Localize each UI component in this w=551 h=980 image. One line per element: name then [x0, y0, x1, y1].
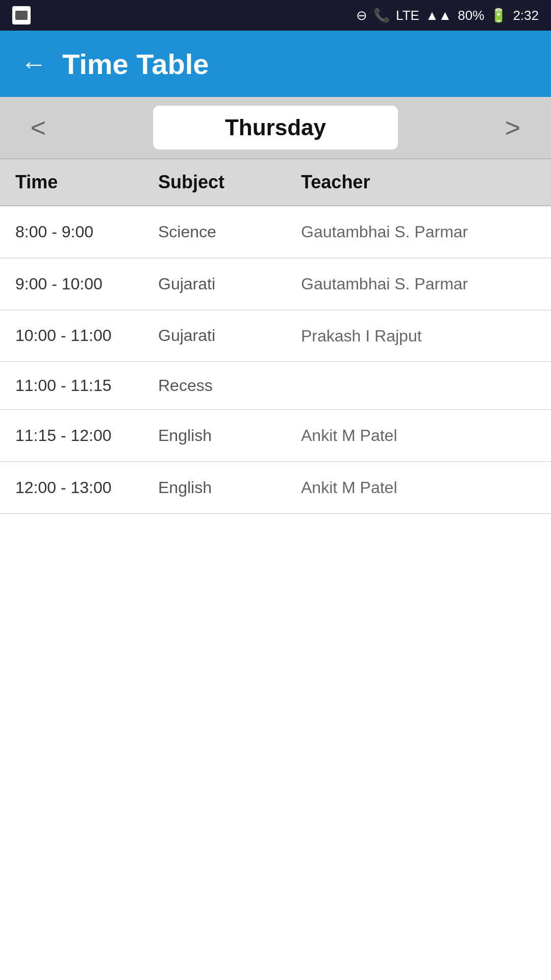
photo-icon — [12, 6, 31, 24]
table-row: 8:00 - 9:00ScienceGautambhai S. Parmar — [0, 206, 551, 258]
day-selector: < Thursday > — [0, 97, 551, 158]
row-time: 10:00 - 11:00 — [15, 326, 158, 345]
row-subject: Gujarati — [158, 275, 301, 293]
phone-icon: 📞 — [373, 8, 390, 23]
do-not-disturb-icon: ⊖ — [356, 8, 367, 23]
table-body: 8:00 - 9:00ScienceGautambhai S. Parmar9:… — [0, 206, 551, 514]
table-row: 9:00 - 10:00GujaratiGautambhai S. Parmar — [0, 258, 551, 310]
table-header: Time Subject Teacher — [0, 158, 551, 206]
header-teacher: Teacher — [301, 172, 536, 193]
row-subject: Science — [158, 223, 301, 241]
time-display: 2:32 — [513, 8, 539, 23]
row-teacher: Gautambhai S. Parmar — [301, 220, 536, 243]
status-left — [12, 6, 31, 24]
current-day-label: Thursday — [153, 106, 398, 150]
row-teacher: Ankit M Patel — [301, 424, 536, 447]
header-subject: Subject — [158, 172, 301, 193]
header-time: Time — [15, 172, 158, 193]
status-bar: ⊖ 📞 LTE ▲▲ 80% 🔋 2:32 — [0, 0, 551, 31]
network-label: LTE — [396, 8, 419, 23]
back-button[interactable]: ← — [20, 51, 47, 77]
row-time: 12:00 - 13:00 — [15, 478, 158, 497]
prev-day-button[interactable]: < — [20, 112, 56, 143]
row-subject: English — [158, 478, 301, 497]
row-subject: Gujarati — [158, 326, 301, 345]
app-bar-title: Time Table — [62, 47, 209, 81]
status-right: ⊖ 📞 LTE ▲▲ 80% 🔋 2:32 — [356, 8, 539, 23]
table-row: 10:00 - 11:00GujaratiPrakash I Rajput — [0, 310, 551, 362]
row-time: 8:00 - 9:00 — [15, 223, 158, 241]
row-time: 9:00 - 10:00 — [15, 275, 158, 293]
timetable: Time Subject Teacher 8:00 - 9:00ScienceG… — [0, 158, 551, 514]
battery-label: 80% — [458, 8, 484, 23]
row-teacher: Gautambhai S. Parmar — [301, 273, 536, 296]
app-bar: ← Time Table — [0, 31, 551, 97]
row-teacher: Ankit M Patel — [301, 476, 536, 499]
signal-icon: ▲▲ — [425, 8, 452, 23]
table-row: 11:15 - 12:00EnglishAnkit M Patel — [0, 410, 551, 462]
table-row: 12:00 - 13:00EnglishAnkit M Patel — [0, 462, 551, 514]
row-teacher: Prakash I Rajput — [301, 325, 536, 348]
next-day-button[interactable]: > — [495, 112, 531, 143]
row-time: 11:00 - 11:15 — [15, 376, 158, 395]
table-row: 11:00 - 11:15Recess — [0, 362, 551, 410]
battery-icon: 🔋 — [490, 8, 507, 23]
row-subject: English — [158, 426, 301, 445]
row-time: 11:15 - 12:00 — [15, 426, 158, 445]
row-subject: Recess — [158, 376, 301, 395]
